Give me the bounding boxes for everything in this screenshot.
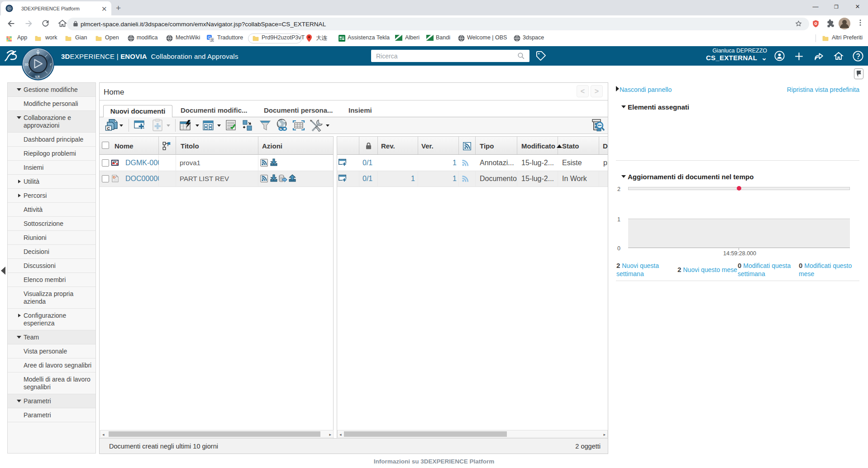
svg-text:文: 文 <box>210 38 214 42</box>
svg-text:C: C <box>107 126 110 131</box>
svg-text:3D: 3D <box>24 63 29 66</box>
svg-text:D: D <box>113 175 115 179</box>
svg-text:i’: i’ <box>50 63 52 66</box>
svg-text:V,R: V,R <box>35 75 40 79</box>
